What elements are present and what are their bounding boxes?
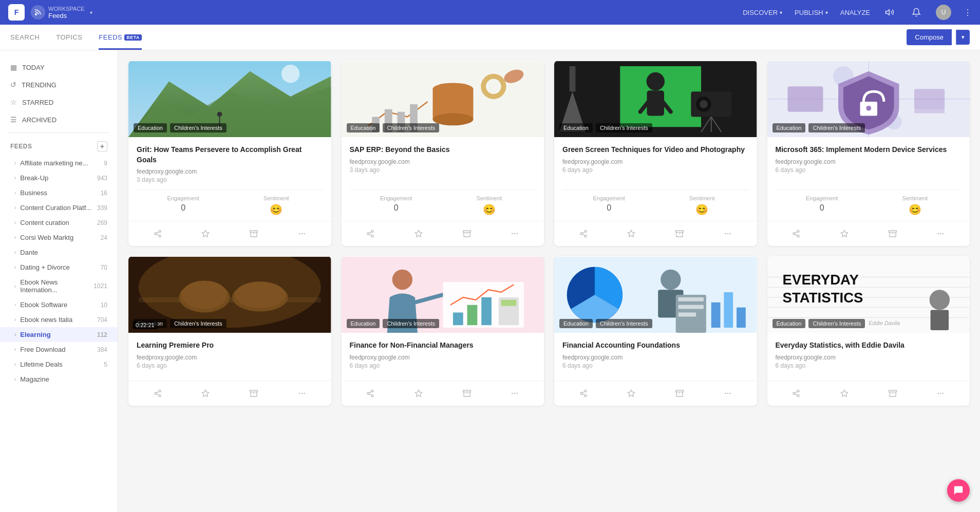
svg-marker-84	[841, 231, 847, 237]
svg-point-119	[367, 392, 369, 394]
svg-point-16	[299, 233, 300, 235]
user-avatar[interactable]: U	[936, 5, 951, 20]
bell-icon[interactable]	[909, 5, 924, 20]
share-button[interactable]	[560, 226, 607, 241]
sidebar-feeds-header[interactable]: FEEDS +	[0, 137, 118, 156]
svg-marker-167	[841, 390, 847, 396]
more-button[interactable]	[492, 226, 538, 241]
svg-point-164	[797, 394, 799, 396]
publish-nav[interactable]: PUBLISH ▾	[795, 9, 828, 16]
sidebar-item-archived[interactable]: ☰ ARCHIVED	[0, 111, 118, 128]
sidebar-item-today[interactable]: ▦ TODAY	[0, 59, 118, 76]
discover-nav[interactable]: DISCOVER ▾	[743, 9, 782, 16]
feed-label: Lifetime Deals	[20, 361, 100, 368]
sidebar-feed-item-12[interactable]: › Free Download 384	[0, 342, 118, 357]
star-button[interactable]	[395, 226, 442, 241]
more-button[interactable]	[705, 386, 751, 401]
star-button[interactable]	[609, 226, 655, 241]
card-0: EducationChildren's Interests Grit: How …	[128, 61, 331, 246]
svg-point-171	[940, 392, 941, 394]
archive-button[interactable]	[444, 386, 490, 401]
star-button[interactable]	[183, 386, 229, 401]
main-layout: ▦ TODAY ↺ TRENDING ☆ STARRED ☰ ARCHIVED …	[0, 50, 980, 512]
archive-button[interactable]	[870, 386, 916, 401]
sidebar-feed-item-4[interactable]: › Content curation 269	[0, 215, 118, 230]
card-7: EVERYDAY STATISTICS Eddie Davila Educati…	[767, 256, 970, 406]
sidebar-feed-item-0[interactable]: › Affiliate marketing ne... 9	[0, 156, 118, 170]
card-tag: Education	[134, 123, 167, 132]
compose-button[interactable]: Compose	[907, 29, 952, 45]
search-tab[interactable]: SEARCH	[10, 25, 40, 50]
feed-count: 9	[104, 160, 107, 167]
share-button[interactable]	[774, 226, 820, 241]
archive-button[interactable]	[231, 386, 277, 401]
star-button[interactable]	[821, 386, 868, 401]
archive-button[interactable]	[656, 226, 703, 241]
card-tag: Children's Interests	[383, 123, 439, 132]
megaphone-icon[interactable]	[882, 5, 897, 20]
svg-point-68	[729, 233, 731, 235]
engagement-value: 0	[562, 203, 655, 213]
archive-button[interactable]	[231, 226, 277, 241]
add-feed-button[interactable]: +	[97, 141, 107, 151]
sidebar-feed-item-13[interactable]: › Lifetime Deals 5	[0, 357, 118, 372]
svg-point-140	[585, 390, 587, 392]
more-button[interactable]	[917, 386, 964, 401]
star-button[interactable]	[609, 386, 655, 401]
svg-marker-38	[415, 231, 422, 237]
sidebar-item-trending[interactable]: ↺ TRENDING	[0, 76, 118, 93]
svg-line-36	[369, 234, 372, 236]
more-button[interactable]	[492, 386, 538, 401]
sidebar-feed-item-14[interactable]: › Magazine	[0, 372, 118, 387]
more-icon[interactable]: ⋮	[964, 8, 972, 17]
more-button[interactable]	[279, 386, 325, 401]
analyze-nav[interactable]: ANALYZE	[840, 9, 870, 16]
sidebar-feed-item-7[interactable]: › Dating + Divorce 70	[0, 260, 118, 275]
sidebar-feed-item-2[interactable]: › Business 16	[0, 185, 118, 200]
compose-dropdown-button[interactable]: ▾	[956, 30, 970, 45]
app-logo[interactable]: F	[8, 4, 25, 21]
sidebar-feed-item-8[interactable]: › Ebook News Internation... 1021	[0, 275, 118, 297]
card-body: Financial Accounting Foundations feedpro…	[554, 333, 757, 381]
topics-tab[interactable]: TOPICS	[56, 25, 82, 50]
card-tag: Education	[347, 319, 380, 328]
share-button[interactable]	[348, 226, 394, 241]
archive-button[interactable]	[656, 386, 703, 401]
workspace-dropdown-icon[interactable]: ▾	[90, 10, 92, 15]
share-button[interactable]	[774, 386, 820, 401]
workspace-feeds[interactable]: WORKSPACE Feeds ▾	[31, 5, 92, 20]
sidebar-feed-item-11[interactable]: › Elearning 112	[0, 327, 118, 342]
star-button[interactable]	[183, 226, 229, 241]
chat-bubble[interactable]	[947, 479, 970, 502]
svg-point-141	[580, 392, 582, 394]
share-button[interactable]	[135, 226, 181, 241]
sidebar-feed-item-5[interactable]: › Corsi Web Marktg 24	[0, 230, 118, 245]
more-button[interactable]	[917, 226, 964, 241]
svg-point-60	[585, 235, 587, 237]
sidebar-feed-item-9[interactable]: › Ebook Software 10	[0, 297, 118, 312]
share-button[interactable]	[348, 386, 394, 401]
svg-point-17	[301, 233, 303, 235]
svg-point-41	[512, 233, 513, 235]
card-stats: Engagement 0 Sentiment 😊	[562, 189, 749, 216]
share-button[interactable]	[560, 386, 607, 401]
sidebar-feed-item-1[interactable]: › Break-Up 943	[0, 170, 118, 185]
share-button[interactable]	[135, 386, 181, 401]
svg-point-35	[371, 235, 373, 237]
star-button[interactable]	[821, 226, 868, 241]
svg-rect-56	[570, 66, 576, 91]
feed-chevron: ›	[14, 264, 16, 270]
top-nav-right: DISCOVER ▾ PUBLISH ▾ ANALYZE U ⋮	[743, 5, 972, 20]
sidebar-feed-item-3[interactable]: › Content Curation Platf... 339	[0, 200, 118, 215]
svg-point-33	[371, 231, 373, 233]
feeds-tab[interactable]: FEEDS BETA	[99, 25, 142, 50]
more-button[interactable]	[279, 226, 325, 241]
more-button[interactable]	[705, 226, 751, 241]
star-button[interactable]	[395, 386, 442, 401]
archive-button[interactable]	[870, 226, 916, 241]
sidebar-feed-item-10[interactable]: › Ebook news Italia 704	[0, 312, 118, 327]
sidebar-item-starred[interactable]: ☆ STARRED	[0, 93, 118, 111]
sidebar-feed-item-6[interactable]: › Dante	[0, 245, 118, 260]
discover-chevron: ▾	[780, 10, 782, 15]
archive-button[interactable]	[444, 226, 490, 241]
